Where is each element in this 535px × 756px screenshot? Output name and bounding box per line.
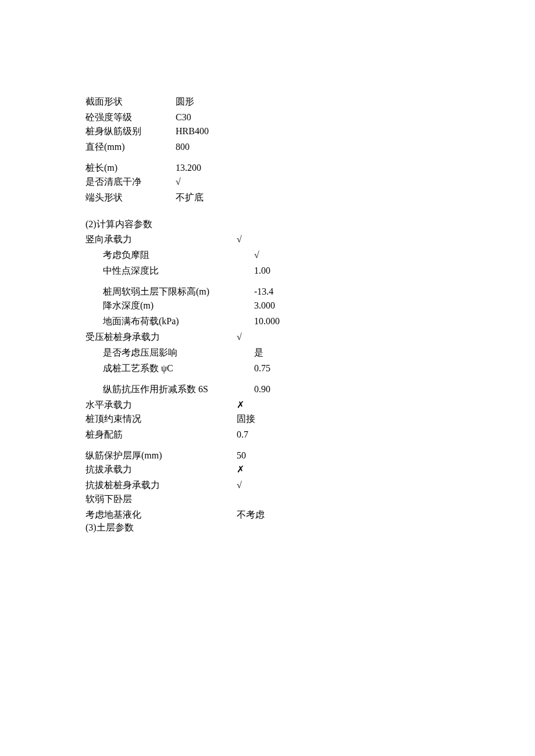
label-liquefaction: 考虑地基液化 xyxy=(85,508,237,522)
value-top-constraint: 固接 xyxy=(237,412,255,426)
value-soft-limit: -13.4 xyxy=(254,285,273,299)
value-length: 13.200 xyxy=(176,161,201,175)
label-soft-limit: 桩周软弱土层下限标高(m) xyxy=(85,285,254,299)
row-neutral-ratio: 中性点深度比 1.00 xyxy=(85,264,434,278)
label-soft-underlay: 软弱下卧层 xyxy=(85,492,237,506)
row-soft-underlay: 软弱下卧层 xyxy=(85,492,434,506)
value-uplift-body: √ xyxy=(237,478,242,492)
row-neg-friction: 考虑负摩阻 √ xyxy=(85,248,434,262)
value-cover: 50 xyxy=(237,449,246,463)
row-soft-limit: 桩周软弱土层下限标高(m) -13.4 xyxy=(85,285,434,299)
value-diameter: 800 xyxy=(176,140,190,154)
value-clean-bottom: √ xyxy=(176,175,181,189)
row-length: 桩长(m) 13.200 xyxy=(85,161,434,175)
row-process-c: 成桩工艺系数 ψC 0.75 xyxy=(85,361,434,375)
label-clean-bottom: 是否清底干净 xyxy=(85,175,176,189)
value-shape: 圆形 xyxy=(176,95,194,109)
label-length: 桩长(m) xyxy=(85,161,176,175)
label-shape: 截面形状 xyxy=(85,95,176,109)
row-surface-load: 地面满布荷载(kPa) 10.000 xyxy=(85,314,434,328)
section2-header: (2)计算内容参数 xyxy=(85,218,434,231)
value-process-c: 0.75 xyxy=(254,361,270,375)
value-surface-load: 10.000 xyxy=(254,314,280,328)
value-comp-pile-body: √ xyxy=(237,330,242,344)
row-end-shape: 端头形状 不扩底 xyxy=(85,191,434,205)
label-rebar-reduce: 纵筋抗压作用折减系数 6S xyxy=(85,382,254,396)
row-uplift-bearing: 抗拔承载力 ✗ xyxy=(85,463,434,476)
row-shape: 截面形状 圆形 xyxy=(85,95,434,109)
label-uplift-bearing: 抗拔承载力 xyxy=(85,463,237,476)
value-buckling: 是 xyxy=(254,346,263,360)
label-diameter: 直径(mm) xyxy=(85,140,176,154)
label-buckling: 是否考虑压屈影响 xyxy=(85,346,254,360)
value-rebar-grade: HRB400 xyxy=(176,124,209,138)
row-buckling: 是否考虑压屈影响 是 xyxy=(85,346,434,360)
row-dewater: 降水深度(m) 3.000 xyxy=(85,299,434,313)
label-neutral-ratio: 中性点深度比 xyxy=(85,264,254,278)
label-rebar-grade: 桩身纵筋级别 xyxy=(85,124,176,138)
label-dewater: 降水深度(m) xyxy=(85,299,254,313)
row-horiz-bearing: 水平承载力 ✗ xyxy=(85,398,434,412)
value-end-shape: 不扩底 xyxy=(176,191,204,205)
label-concrete-grade: 砼强度等级 xyxy=(85,110,176,124)
label-surface-load: 地面满布荷载(kPa) xyxy=(85,314,254,328)
label-cover: 纵筋保护层厚(mm) xyxy=(85,449,237,463)
value-body-rebar: 0.7 xyxy=(237,428,248,442)
value-liquefaction: 不考虑 xyxy=(237,508,265,522)
label-uplift-body: 抗拔桩桩身承载力 xyxy=(85,478,237,492)
row-top-constraint: 桩顶约束情况 固接 xyxy=(85,412,434,426)
label-process-c: 成桩工艺系数 ψC xyxy=(85,361,254,375)
row-diameter: 直径(mm) 800 xyxy=(85,140,434,154)
value-vertical-bearing: √ xyxy=(237,232,242,246)
label-body-rebar: 桩身配筋 xyxy=(85,428,237,442)
label-comp-pile-body: 受压桩桩身承载力 xyxy=(85,330,237,344)
value-neg-friction: √ xyxy=(254,248,259,262)
value-uplift-bearing: ✗ xyxy=(237,463,244,476)
row-rebar-grade: 桩身纵筋级别 HRB400 xyxy=(85,124,434,138)
value-horiz-bearing: ✗ xyxy=(237,398,244,412)
row-clean-bottom: 是否清底干净 √ xyxy=(85,175,434,189)
value-rebar-reduce: 0.90 xyxy=(254,382,270,396)
section3-header: (3)土层参数 xyxy=(85,522,434,534)
label-vertical-bearing: 竖向承载力 xyxy=(85,232,237,246)
label-end-shape: 端头形状 xyxy=(85,191,176,205)
label-neg-friction: 考虑负摩阻 xyxy=(85,248,254,262)
row-cover: 纵筋保护层厚(mm) 50 xyxy=(85,449,434,463)
row-uplift-body: 抗拔桩桩身承载力 √ xyxy=(85,478,434,492)
label-top-constraint: 桩顶约束情况 xyxy=(85,412,237,426)
row-rebar-reduce: 纵筋抗压作用折减系数 6S 0.90 xyxy=(85,382,434,396)
label-horiz-bearing: 水平承载力 xyxy=(85,398,237,412)
value-dewater: 3.000 xyxy=(254,299,275,313)
row-vertical-bearing: 竖向承载力 √ xyxy=(85,232,434,246)
value-neutral-ratio: 1.00 xyxy=(254,264,270,278)
row-comp-pile-body: 受压桩桩身承载力 √ xyxy=(85,330,434,344)
value-concrete-grade: C30 xyxy=(176,110,191,124)
row-concrete-grade: 砼强度等级 C30 xyxy=(85,110,434,124)
row-body-rebar: 桩身配筋 0.7 xyxy=(85,428,434,442)
row-liquefaction: 考虑地基液化 不考虑 xyxy=(85,508,434,522)
